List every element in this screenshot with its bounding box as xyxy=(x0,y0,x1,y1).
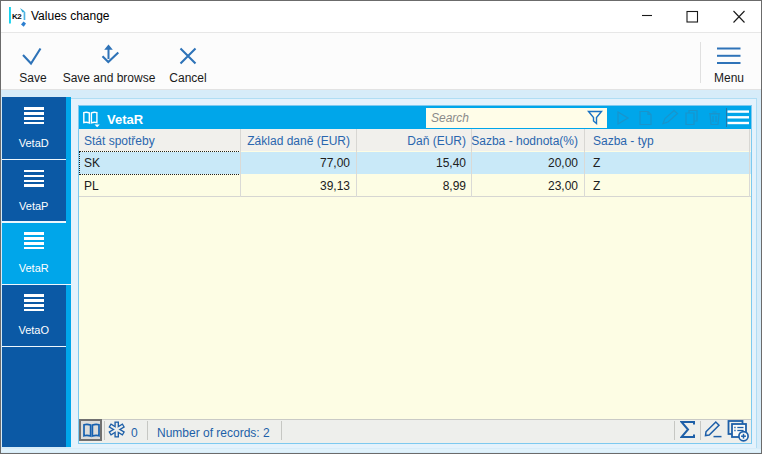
svg-text:K2: K2 xyxy=(12,12,22,21)
